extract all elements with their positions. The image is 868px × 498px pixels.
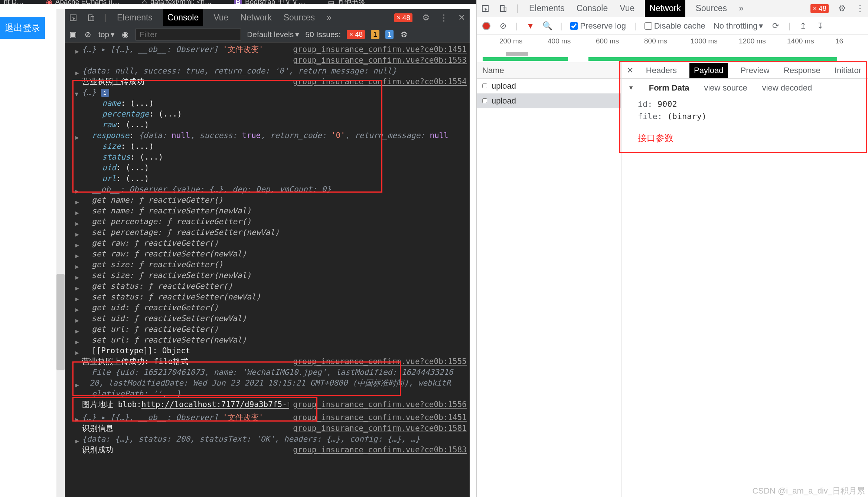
row-checkbox[interactable] [482, 98, 487, 103]
upload-icon[interactable]: ↥ [799, 22, 807, 30]
filter-icon[interactable]: ▼ [526, 22, 535, 30]
source-link[interactable]: group_insurance_confirm.vue?ce0b:1553 [293, 55, 467, 66]
error-count-badge[interactable]: 48 [810, 4, 829, 13]
form-data-heading: Form Data [649, 83, 689, 93]
download-icon[interactable]: ↧ [816, 22, 825, 30]
network-split: Name upload upload ✕ Headers Payload Pre… [477, 62, 868, 497]
request-list: Name upload upload [477, 62, 621, 497]
browser-tab[interactable]: ▭其他书签 [328, 0, 366, 4]
issues-error-badge[interactable]: 48 [347, 30, 365, 39]
throttling-dropdown[interactable]: No throttling ▾ [714, 21, 763, 31]
payload-body: ▼ Form Data view source view decoded id:… [621, 79, 868, 148]
gear-icon[interactable]: ⚙ [421, 13, 430, 22]
tab-network[interactable]: Network [645, 0, 685, 17]
devtools-tabbar: | Elements Console Vue Network Sources »… [477, 0, 868, 17]
filter-input[interactable] [136, 29, 241, 40]
sidebar-toggle-icon[interactable]: ▣ [69, 30, 78, 39]
source-link[interactable]: group_insurance_confirm.vue?ce0b:1581 [293, 423, 467, 434]
wifi-icon[interactable]: ⟳ [771, 22, 780, 30]
request-detail: ✕ Headers Payload Preview Response Initi… [621, 62, 868, 497]
levels-dropdown[interactable]: Default levels ▾ [247, 30, 299, 39]
eye-icon[interactable]: ◉ [121, 30, 130, 39]
tab-vue[interactable]: Vue [618, 0, 636, 16]
tab-preview[interactable]: Preview [739, 63, 771, 78]
search-icon[interactable]: 🔍 [543, 22, 552, 30]
tab-network[interactable]: Network [239, 10, 273, 26]
issues-label[interactable]: 50 Issues: [305, 30, 341, 39]
name-column-header[interactable]: Name [477, 62, 621, 79]
issues-info-badge[interactable]: 1 [385, 30, 394, 39]
inspect-icon[interactable] [69, 13, 78, 22]
context-dropdown[interactable]: top ▾ [98, 30, 115, 39]
browser-tab[interactable]: nt D… [4, 0, 24, 4]
inspect-icon[interactable] [481, 4, 490, 13]
source-link[interactable]: group_insurance_confirm.vue?ce0b:1556 [293, 399, 467, 410]
svg-rect-1 [88, 15, 92, 21]
request-row[interactable]: upload [477, 79, 621, 94]
annotation-label: 接口参数 [628, 132, 861, 144]
device-icon[interactable] [87, 13, 95, 22]
tab-elements[interactable]: Elements [115, 10, 154, 26]
logout-button[interactable]: 退出登录 [0, 17, 45, 39]
view-source-link[interactable]: view source [704, 83, 747, 93]
detail-tabbar: ✕ Headers Payload Preview Response Initi… [621, 62, 868, 79]
tabs-overflow-icon[interactable]: » [737, 0, 745, 16]
tab-sources[interactable]: Sources [282, 10, 316, 26]
close-icon[interactable]: ✕ [627, 66, 633, 75]
view-decoded-link[interactable]: view decoded [762, 83, 812, 93]
tab-console[interactable]: Console [575, 0, 609, 16]
gear-icon[interactable]: ⚙ [399, 30, 408, 39]
blob-link[interactable]: http://localhost:7177/d9a3b7f5-f4db-44c0… [141, 400, 289, 409]
browser-tab[interactable]: ◇data:text/html; <h… [142, 0, 212, 4]
tab-sources[interactable]: Sources [694, 0, 728, 16]
network-timeline[interactable]: 200 ms 400 ms 600 ms 800 ms 1000 ms 1200… [477, 35, 868, 62]
watermark: CSDN @i_am_a_div_日积月累 [752, 485, 865, 497]
tab-payload[interactable]: Payload [689, 63, 728, 78]
svg-rect-4 [500, 6, 504, 12]
source-link[interactable]: group_insurance_confirm.vue?ce0b:1554 [293, 76, 467, 87]
network-toolbar: ⊘ | ▼ 🔍 | Preserve log | Disable cache N… [477, 17, 868, 35]
gear-icon[interactable]: ⚙ [838, 4, 846, 13]
error-count-badge[interactable]: 48 [394, 13, 412, 22]
source-link[interactable]: group_insurance_confirm.vue?ce0b:1583 [293, 445, 467, 455]
preserve-log-checkbox[interactable]: Preserve log [570, 21, 626, 31]
kebab-icon[interactable]: ⋮ [855, 4, 864, 13]
devtools-left: | Elements Console Vue Network Sources »… [65, 9, 470, 497]
device-icon[interactable] [499, 4, 508, 13]
close-icon[interactable]: ✕ [457, 13, 466, 22]
issues-warn-badge[interactable]: 1 [371, 30, 379, 39]
kebab-icon[interactable]: ⋮ [439, 13, 448, 22]
console-output[interactable]: ▶{…} ▸ [{…}, __ob__: Observer] '文件改变'gro… [65, 43, 470, 497]
tab-headers[interactable]: Headers [645, 63, 678, 78]
source-link[interactable]: group_insurance_confirm.vue?ce0b:1451 [293, 412, 467, 423]
tab-response[interactable]: Response [782, 63, 822, 78]
request-row[interactable]: upload [477, 94, 621, 108]
tab-vue[interactable]: Vue [212, 10, 230, 26]
source-link[interactable]: group_insurance_confirm.vue?ce0b:1451 [293, 44, 467, 55]
clear-icon[interactable]: ⊘ [499, 22, 508, 30]
row-checkbox[interactable] [482, 83, 487, 88]
record-icon[interactable] [482, 22, 490, 30]
tab-initiator[interactable]: Initiator [833, 63, 863, 78]
source-link[interactable]: group_insurance_confirm.vue?ce0b:1555 [293, 356, 467, 367]
tab-console[interactable]: Console [163, 9, 203, 26]
clear-icon[interactable]: ⊘ [84, 30, 92, 39]
disable-cache-checkbox[interactable]: Disable cache [645, 21, 705, 31]
page-scrollbar[interactable] [56, 9, 65, 497]
devtools-right: | Elements Console Vue Network Sources »… [476, 0, 868, 497]
browser-tab[interactable]: ◉Apache ECharts (i… [46, 0, 120, 4]
tabs-overflow-icon[interactable]: » [325, 10, 333, 26]
devtools-tabbar: | Elements Console Vue Network Sources »… [65, 9, 470, 26]
console-toolbar: ▣ ⊘ top ▾ ◉ Default levels ▾ 50 Issues: … [65, 26, 470, 43]
info-icon[interactable]: i [101, 89, 109, 97]
tab-elements[interactable]: Elements [528, 0, 566, 16]
browser-tab[interactable]: BBootstrap 中文文… [234, 0, 305, 4]
collapse-icon[interactable]: ▼ [628, 85, 634, 91]
scrollbar-thumb[interactable] [56, 274, 65, 370]
